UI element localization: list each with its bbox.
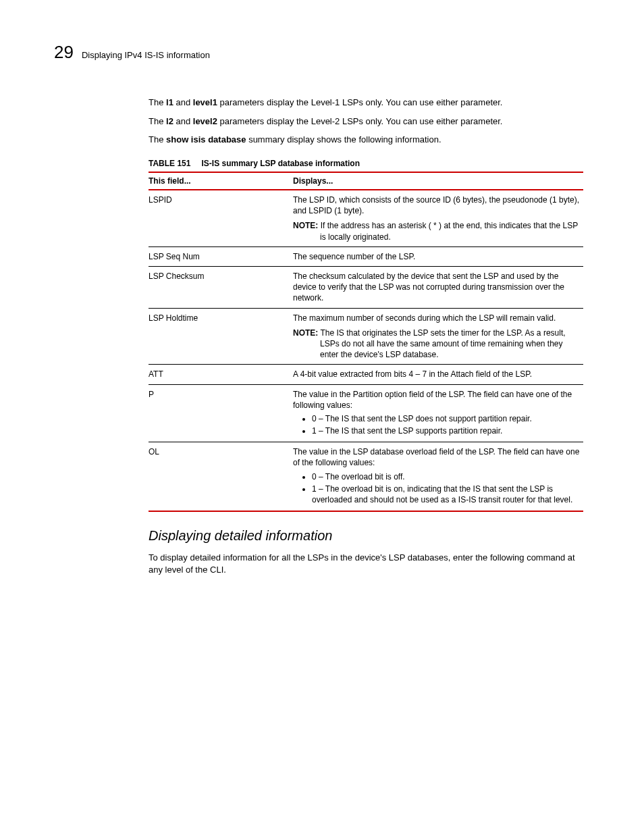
cell-displays: A 4-bit value extracted from bits 4 – 7 … <box>293 365 583 384</box>
text: and <box>173 116 193 126</box>
paragraph-l1: The l1 and level1 parameters display the… <box>149 97 583 109</box>
table-row: P The value in the Partition option fiel… <box>149 384 583 442</box>
col-header-field: This field... <box>149 172 293 190</box>
note-text: If the address has an asterisk ( * ) at … <box>320 221 578 241</box>
cell-displays: The value in the LSP database overload f… <box>293 442 583 511</box>
table-header-row: This field... Displays... <box>149 172 583 190</box>
table-label: TABLE 151 <box>149 159 190 168</box>
cell-field: LSP Holdtime <box>149 308 293 365</box>
main-content: The l1 and level1 parameters display the… <box>149 97 583 575</box>
keyword-l2: l2 <box>166 116 173 126</box>
cell-field: ATT <box>149 365 293 384</box>
table-row: LSP Checksum The checksum calculated by … <box>149 267 583 309</box>
page: 29 Displaying IPv4 IS-IS information The… <box>0 0 644 834</box>
text: The <box>149 116 166 126</box>
cell-field: LSP Seq Num <box>149 246 293 266</box>
chapter-number: 29 <box>54 41 74 64</box>
note-label: NOTE: <box>293 221 318 230</box>
paragraph-detailed-intro: To display detailed information for all … <box>149 552 583 575</box>
note: NOTE: The IS that originates the LSP set… <box>293 328 581 361</box>
cell-displays: The LSP ID, which consists of the source… <box>293 190 583 246</box>
table-row: LSP Holdtime The maximum number of secon… <box>149 308 583 365</box>
running-header: 29 Displaying IPv4 IS-IS information <box>54 41 583 64</box>
isis-summary-table: This field... Displays... LSPID The LSP … <box>149 172 583 512</box>
note-label: NOTE: <box>293 328 318 338</box>
text: The <box>149 97 166 107</box>
cell-displays: The sequence number of the LSP. <box>293 246 583 266</box>
list-item: 1 – The IS that sent the LSP supports pa… <box>312 425 581 436</box>
table-row: LSP Seq Num The sequence number of the L… <box>149 246 583 266</box>
note: NOTE: If the address has an asterisk ( *… <box>293 220 581 242</box>
table-row: ATT A 4-bit value extracted from bits 4 … <box>149 365 583 384</box>
table-title: IS-IS summary LSP database information <box>201 159 360 168</box>
cell-displays: The checksum calculated by the device th… <box>293 267 583 309</box>
paragraph-l2: The l2 and level2 parameters display the… <box>149 115 583 128</box>
bullet-list: 0 – The IS that sent the LSP does not su… <box>293 413 581 436</box>
text: parameters display the Level-1 LSPs only… <box>217 97 503 107</box>
cell-field: LSP Checksum <box>149 267 293 309</box>
cell-body: The maximum number of seconds during whi… <box>293 313 581 323</box>
list-item: 1 – The overload bit is on, indicating t… <box>312 484 581 505</box>
command-show-isis-database: show isis database <box>166 134 246 145</box>
bullet-list: 0 – The overload bit is off. 1 – The ove… <box>293 471 581 506</box>
cell-body: The value in the Partition option field … <box>293 389 581 411</box>
chapter-title: Displaying IPv4 IS-IS information <box>82 49 210 61</box>
table-row: LSPID The LSP ID, which consists of the … <box>149 190 583 246</box>
cell-field: OL <box>149 442 293 511</box>
cell-body: The LSP ID, which consists of the source… <box>293 194 581 216</box>
list-item: 0 – The overload bit is off. <box>312 471 581 482</box>
keyword-l1: l1 <box>166 97 173 107</box>
cell-displays: The maximum number of seconds during whi… <box>293 308 583 365</box>
col-header-displays: Displays... <box>293 172 583 190</box>
cell-field: P <box>149 384 293 442</box>
cell-displays: The value in the Partition option field … <box>293 384 583 442</box>
text: summary display shows the following info… <box>246 134 441 145</box>
cell-body: The value in the LSP database overload f… <box>293 446 581 468</box>
text: The <box>149 134 166 145</box>
text: and <box>173 97 193 107</box>
text: parameters display the Level-2 LSPs only… <box>217 116 503 126</box>
keyword-level2: level2 <box>193 116 217 126</box>
section-heading-displaying-detailed: Displaying detailed information <box>149 527 583 545</box>
table-caption: TABLE 151IS-IS summary LSP database info… <box>149 158 583 169</box>
table-row: OL The value in the LSP database overloa… <box>149 442 583 511</box>
list-item: 0 – The IS that sent the LSP does not su… <box>312 413 581 424</box>
cell-field: LSPID <box>149 190 293 246</box>
note-text: The IS that originates the LSP sets the … <box>320 328 566 359</box>
paragraph-show-isis: The show isis database summary display s… <box>149 134 583 146</box>
keyword-level1: level1 <box>193 97 217 107</box>
